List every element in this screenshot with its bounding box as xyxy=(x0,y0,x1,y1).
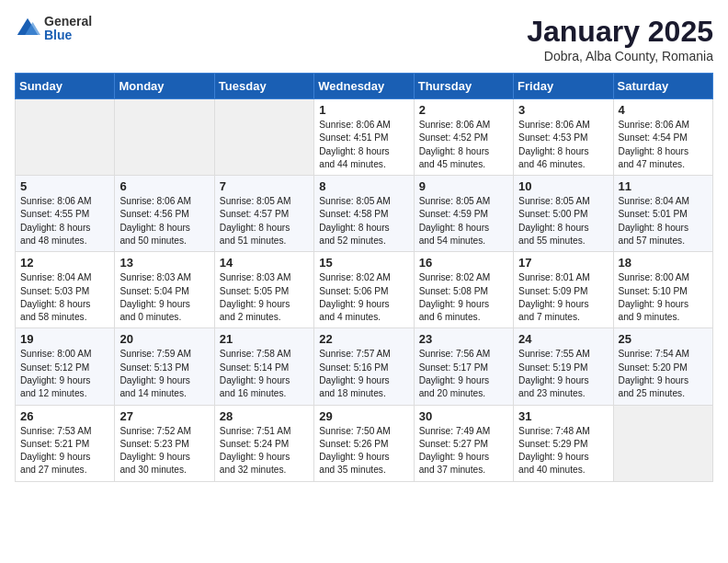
day-number: 31 xyxy=(518,409,608,423)
day-info: Sunrise: 7:59 AM Sunset: 5:13 PM Dayligh… xyxy=(119,348,209,400)
calendar-cell: 7Sunrise: 8:05 AM Sunset: 4:57 PM Daylig… xyxy=(214,176,313,252)
day-info: Sunrise: 7:49 AM Sunset: 5:27 PM Dayligh… xyxy=(419,425,508,477)
header: General Blue January 2025 Dobra, Alba Co… xyxy=(15,15,713,63)
day-info: Sunrise: 7:58 AM Sunset: 5:14 PM Dayligh… xyxy=(220,348,309,400)
weekday-header-monday: Monday xyxy=(115,74,214,99)
day-number: 6 xyxy=(119,179,209,193)
calendar-cell: 10Sunrise: 8:05 AM Sunset: 5:00 PM Dayli… xyxy=(514,176,613,252)
calendar-cell: 19Sunrise: 8:00 AM Sunset: 5:12 PM Dayli… xyxy=(16,328,115,405)
week-row-1: 1Sunrise: 8:06 AM Sunset: 4:51 PM Daylig… xyxy=(16,99,713,176)
day-info: Sunrise: 7:48 AM Sunset: 5:29 PM Dayligh… xyxy=(518,425,608,477)
calendar-cell: 6Sunrise: 8:06 AM Sunset: 4:56 PM Daylig… xyxy=(115,176,214,252)
day-info: Sunrise: 8:00 AM Sunset: 5:12 PM Dayligh… xyxy=(20,348,109,400)
day-info: Sunrise: 8:05 AM Sunset: 5:00 PM Dayligh… xyxy=(518,195,608,247)
day-number: 15 xyxy=(319,256,408,270)
calendar-cell xyxy=(214,99,313,176)
day-number: 23 xyxy=(419,332,508,346)
day-number: 22 xyxy=(319,332,408,346)
day-number: 13 xyxy=(119,256,209,270)
day-info: Sunrise: 8:02 AM Sunset: 5:06 PM Dayligh… xyxy=(319,271,408,324)
day-info: Sunrise: 7:53 AM Sunset: 5:21 PM Dayligh… xyxy=(20,425,109,477)
day-number: 14 xyxy=(220,256,309,270)
calendar-cell: 23Sunrise: 7:56 AM Sunset: 5:17 PM Dayli… xyxy=(414,328,513,405)
day-info: Sunrise: 7:51 AM Sunset: 5:24 PM Dayligh… xyxy=(220,425,309,477)
day-number: 4 xyxy=(619,103,708,117)
weekday-header-wednesday: Wednesday xyxy=(314,74,414,99)
weekday-header-sunday: Sunday xyxy=(16,74,115,99)
day-info: Sunrise: 8:00 AM Sunset: 5:10 PM Dayligh… xyxy=(619,271,708,324)
day-number: 11 xyxy=(619,179,708,193)
calendar-cell: 30Sunrise: 7:49 AM Sunset: 5:27 PM Dayli… xyxy=(414,405,513,481)
day-info: Sunrise: 7:57 AM Sunset: 5:16 PM Dayligh… xyxy=(319,348,408,400)
logo-general-label: General xyxy=(44,15,92,29)
calendar-title: January 2025 xyxy=(527,15,713,49)
week-row-4: 19Sunrise: 8:00 AM Sunset: 5:12 PM Dayli… xyxy=(16,328,713,405)
day-info: Sunrise: 8:04 AM Sunset: 5:03 PM Dayligh… xyxy=(20,271,109,324)
logo: General Blue xyxy=(15,15,92,43)
calendar-cell: 15Sunrise: 8:02 AM Sunset: 5:06 PM Dayli… xyxy=(314,252,414,328)
day-number: 12 xyxy=(20,256,109,270)
calendar-cell: 25Sunrise: 7:54 AM Sunset: 5:20 PM Dayli… xyxy=(613,328,712,405)
calendar-cell xyxy=(16,99,115,176)
calendar-cell: 31Sunrise: 7:48 AM Sunset: 5:29 PM Dayli… xyxy=(514,405,613,481)
day-number: 19 xyxy=(20,332,109,346)
calendar-cell: 3Sunrise: 8:06 AM Sunset: 4:53 PM Daylig… xyxy=(514,99,613,176)
day-info: Sunrise: 8:06 AM Sunset: 4:55 PM Dayligh… xyxy=(20,195,109,247)
day-info: Sunrise: 8:06 AM Sunset: 4:53 PM Dayligh… xyxy=(518,119,608,171)
day-number: 2 xyxy=(419,103,508,117)
week-row-2: 5Sunrise: 8:06 AM Sunset: 4:55 PM Daylig… xyxy=(16,176,713,252)
calendar-cell: 14Sunrise: 8:03 AM Sunset: 5:05 PM Dayli… xyxy=(214,252,313,328)
weekday-header-tuesday: Tuesday xyxy=(214,74,313,99)
calendar-cell: 18Sunrise: 8:00 AM Sunset: 5:10 PM Dayli… xyxy=(613,252,712,328)
calendar-table: SundayMondayTuesdayWednesdayThursdayFrid… xyxy=(15,73,713,482)
day-info: Sunrise: 8:02 AM Sunset: 5:08 PM Dayligh… xyxy=(419,271,508,324)
day-number: 8 xyxy=(319,179,408,193)
day-number: 10 xyxy=(518,179,608,193)
calendar-subtitle: Dobra, Alba County, Romania xyxy=(527,49,713,63)
day-number: 17 xyxy=(518,256,608,270)
calendar-cell: 1Sunrise: 8:06 AM Sunset: 4:51 PM Daylig… xyxy=(314,99,414,176)
day-number: 27 xyxy=(119,409,209,423)
day-number: 1 xyxy=(319,103,408,117)
day-number: 28 xyxy=(220,409,309,423)
day-number: 3 xyxy=(518,103,608,117)
calendar-cell: 26Sunrise: 7:53 AM Sunset: 5:21 PM Dayli… xyxy=(16,405,115,481)
day-info: Sunrise: 8:06 AM Sunset: 4:54 PM Dayligh… xyxy=(619,119,708,171)
day-info: Sunrise: 8:04 AM Sunset: 5:01 PM Dayligh… xyxy=(619,195,708,247)
calendar-cell: 28Sunrise: 7:51 AM Sunset: 5:24 PM Dayli… xyxy=(214,405,313,481)
day-info: Sunrise: 8:06 AM Sunset: 4:51 PM Dayligh… xyxy=(319,119,408,171)
calendar-cell: 4Sunrise: 8:06 AM Sunset: 4:54 PM Daylig… xyxy=(613,99,712,176)
calendar-cell: 5Sunrise: 8:06 AM Sunset: 4:55 PM Daylig… xyxy=(16,176,115,252)
day-info: Sunrise: 8:03 AM Sunset: 5:04 PM Dayligh… xyxy=(119,271,209,324)
day-info: Sunrise: 8:01 AM Sunset: 5:09 PM Dayligh… xyxy=(518,271,608,324)
calendar-cell xyxy=(613,405,712,481)
day-number: 5 xyxy=(20,179,109,193)
weekday-header-thursday: Thursday xyxy=(414,74,513,99)
calendar-cell: 12Sunrise: 8:04 AM Sunset: 5:03 PM Dayli… xyxy=(16,252,115,328)
weekday-header-saturday: Saturday xyxy=(613,74,712,99)
day-number: 16 xyxy=(419,256,508,270)
day-number: 24 xyxy=(518,332,608,346)
calendar-cell: 2Sunrise: 8:06 AM Sunset: 4:52 PM Daylig… xyxy=(414,99,513,176)
day-info: Sunrise: 8:06 AM Sunset: 4:56 PM Dayligh… xyxy=(119,195,209,247)
calendar-cell: 17Sunrise: 8:01 AM Sunset: 5:09 PM Dayli… xyxy=(514,252,613,328)
day-number: 7 xyxy=(220,179,309,193)
weekday-header-row: SundayMondayTuesdayWednesdayThursdayFrid… xyxy=(16,74,713,99)
calendar-cell: 21Sunrise: 7:58 AM Sunset: 5:14 PM Dayli… xyxy=(214,328,313,405)
calendar-cell: 13Sunrise: 8:03 AM Sunset: 5:04 PM Dayli… xyxy=(115,252,214,328)
calendar-cell: 20Sunrise: 7:59 AM Sunset: 5:13 PM Dayli… xyxy=(115,328,214,405)
day-info: Sunrise: 8:03 AM Sunset: 5:05 PM Dayligh… xyxy=(220,271,309,324)
day-info: Sunrise: 8:05 AM Sunset: 4:57 PM Dayligh… xyxy=(220,195,309,247)
calendar-cell: 22Sunrise: 7:57 AM Sunset: 5:16 PM Dayli… xyxy=(314,328,414,405)
day-info: Sunrise: 7:52 AM Sunset: 5:23 PM Dayligh… xyxy=(119,425,209,477)
day-number: 25 xyxy=(619,332,708,346)
day-number: 29 xyxy=(319,409,408,423)
day-info: Sunrise: 8:05 AM Sunset: 4:59 PM Dayligh… xyxy=(419,195,508,247)
day-number: 30 xyxy=(419,409,508,423)
day-info: Sunrise: 8:05 AM Sunset: 4:58 PM Dayligh… xyxy=(319,195,408,247)
day-info: Sunrise: 8:06 AM Sunset: 4:52 PM Dayligh… xyxy=(419,119,508,171)
calendar-cell: 9Sunrise: 8:05 AM Sunset: 4:59 PM Daylig… xyxy=(414,176,513,252)
week-row-5: 26Sunrise: 7:53 AM Sunset: 5:21 PM Dayli… xyxy=(16,405,713,481)
calendar-cell: 16Sunrise: 8:02 AM Sunset: 5:08 PM Dayli… xyxy=(414,252,513,328)
day-number: 20 xyxy=(119,332,209,346)
